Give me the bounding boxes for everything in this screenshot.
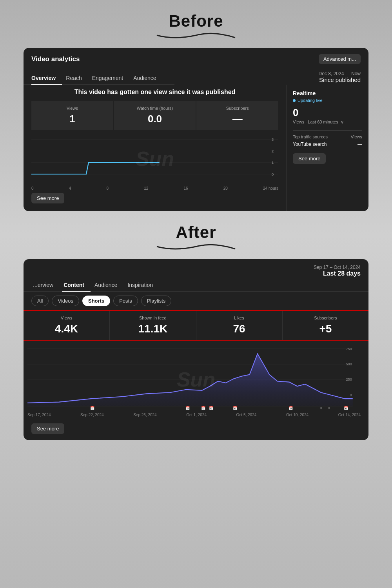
after-swoosh bbox=[24, 243, 368, 252]
svg-text:500: 500 bbox=[346, 362, 352, 366]
after-footer: See more bbox=[24, 417, 368, 440]
after-title: After bbox=[24, 223, 368, 242]
x-label-5: 20 bbox=[223, 186, 228, 191]
after-x-1: Sep 22, 2024 bbox=[80, 413, 104, 417]
after-stat-likes: Likes 76 bbox=[196, 311, 283, 340]
traffic-source-views: — bbox=[358, 142, 362, 147]
before-card-title: Video analytics bbox=[31, 55, 80, 63]
after-stat-likes-label: Likes bbox=[202, 316, 277, 320]
x-label-1: 4 bbox=[69, 186, 71, 191]
sidebar-views-label: Views · Last 60 minutes ∨ bbox=[293, 120, 362, 125]
after-stat-feed-label: Shown in feed bbox=[115, 316, 190, 320]
svg-text:■: ■ bbox=[328, 406, 330, 410]
svg-marker-17 bbox=[27, 354, 353, 406]
after-chart: Sun 750 500 250 0 bbox=[24, 341, 368, 411]
after-stats-row: Views 4.4K Shown in feed 11.1K Likes 76 … bbox=[24, 310, 368, 341]
svg-text:📅: 📅 bbox=[289, 405, 293, 410]
before-section: Before Video analytics Advanced m... Ove… bbox=[24, 12, 368, 211]
before-swoosh bbox=[24, 32, 368, 41]
before-tabs: Overview Reach Engagement Audience bbox=[24, 72, 174, 85]
subtab-videos[interactable]: Videos bbox=[52, 296, 79, 306]
after-stat-views-value: 4.4K bbox=[29, 323, 104, 335]
tab-engagement[interactable]: Engagement bbox=[92, 72, 129, 84]
before-stat-watchtime: Watch time (hours) 0.0 bbox=[114, 101, 196, 130]
before-stat-subs: Subscribers — bbox=[196, 101, 278, 130]
before-stats: Views 1 Watch time (hours) 0.0 Subscribe… bbox=[31, 101, 278, 130]
before-card: Video analytics Advanced m... Overview R… bbox=[24, 48, 368, 211]
subtab-playlists[interactable]: Playlists bbox=[141, 296, 172, 306]
advanced-mode-button[interactable]: Advanced m... bbox=[319, 54, 361, 64]
realtime-title: Realtime bbox=[293, 90, 362, 96]
after-subtabs-row: All Videos Shorts Posts Playlists bbox=[24, 292, 368, 310]
tab-audience-after[interactable]: Audience bbox=[93, 279, 123, 291]
after-x-4: Oct 5, 2024 bbox=[236, 413, 257, 417]
sidebar-see-more-button[interactable]: See more bbox=[293, 153, 326, 164]
before-sidebar: Realtime Updating live 0 Views · Last 60… bbox=[286, 85, 368, 211]
before-since-label: Since published bbox=[319, 76, 361, 83]
after-x-3: Oct 1, 2024 bbox=[186, 413, 207, 417]
after-date-range: Sep 17 – Oct 14, 2024 bbox=[314, 265, 361, 270]
subtab-posts[interactable]: Posts bbox=[113, 296, 138, 306]
before-body: This video has gotten one view since it … bbox=[24, 85, 368, 211]
page-wrapper: Before Video analytics Advanced m... Ove… bbox=[0, 0, 392, 464]
tab-overview-after[interactable]: ...erview bbox=[31, 279, 60, 291]
tab-overview[interactable]: Overview bbox=[31, 72, 62, 84]
after-section: After Sep 17 – Oct 14, 2024 Last 28 days… bbox=[24, 223, 368, 440]
traffic-source-name: YouTube search bbox=[293, 142, 327, 147]
tab-reach[interactable]: Reach bbox=[66, 72, 88, 84]
before-stat-subs-label: Subscribers bbox=[202, 106, 273, 111]
after-card: Sep 17 – Oct 14, 2024 Last 28 days ...er… bbox=[24, 259, 368, 440]
before-stat-watchtime-value: 0.0 bbox=[120, 113, 191, 125]
after-stat-subs-label: Subscribers bbox=[288, 316, 363, 320]
traffic-views-col: Views bbox=[351, 134, 362, 139]
sidebar-views-count: 0 bbox=[293, 107, 362, 119]
svg-text:0: 0 bbox=[350, 393, 352, 397]
before-see-more-button[interactable]: See more bbox=[31, 193, 64, 203]
svg-text:■: ■ bbox=[320, 406, 323, 410]
svg-text:📅: 📅 bbox=[233, 405, 238, 410]
after-stat-subs: Subscribers +5 bbox=[283, 311, 368, 340]
after-stat-feed: Shown in feed 11.1K bbox=[110, 311, 196, 340]
after-x-6: Oct 14, 2024 bbox=[338, 413, 361, 417]
svg-text:📅: 📅 bbox=[90, 405, 95, 410]
after-stat-feed-value: 11.1K bbox=[115, 323, 190, 335]
realtime-dot-indicator bbox=[293, 99, 296, 102]
svg-text:3: 3 bbox=[271, 137, 274, 142]
after-stat-subs-value: +5 bbox=[288, 323, 363, 335]
before-chart: Sun 3 2 1 0 bbox=[31, 135, 278, 182]
svg-text:📅: 📅 bbox=[185, 405, 190, 410]
realtime-status: Updating live bbox=[293, 98, 362, 103]
tab-audience[interactable]: Audience bbox=[133, 72, 162, 84]
before-x-labels: 0 4 8 12 16 20 24 hours bbox=[31, 186, 278, 191]
x-label-4: 16 bbox=[183, 186, 188, 191]
after-period-label: Last 28 days bbox=[314, 270, 361, 277]
sidebar-divider bbox=[293, 130, 362, 131]
before-stat-subs-value: — bbox=[202, 113, 273, 125]
svg-text:1: 1 bbox=[271, 160, 274, 165]
before-header: Video analytics Advanced m... bbox=[24, 48, 368, 67]
after-stat-views: Views 4.4K bbox=[24, 311, 110, 340]
x-label-0: 0 bbox=[31, 186, 34, 191]
subtab-shorts[interactable]: Shorts bbox=[82, 296, 110, 306]
svg-text:📅: 📅 bbox=[344, 405, 349, 410]
traffic-row-0: YouTube search — bbox=[293, 142, 362, 147]
chevron-down-icon[interactable]: ∨ bbox=[341, 120, 344, 125]
after-date-info: Sep 17 – Oct 14, 2024 Last 28 days bbox=[314, 265, 361, 277]
svg-text:📅: 📅 bbox=[209, 405, 214, 410]
after-x-2: Sep 26, 2024 bbox=[133, 413, 157, 417]
realtime-status-label: Updating live bbox=[298, 98, 323, 103]
before-main: This video has gotten one view since it … bbox=[24, 85, 286, 211]
before-stat-views-label: Views bbox=[37, 106, 108, 111]
after-main-tabs: ...erview Content Audience Inspiration bbox=[24, 279, 368, 292]
subtab-all[interactable]: All bbox=[31, 296, 49, 306]
x-label-2: 8 bbox=[106, 186, 109, 191]
after-see-more-button[interactable]: See more bbox=[31, 423, 64, 434]
before-title: Before bbox=[24, 12, 368, 31]
tab-inspiration[interactable]: Inspiration bbox=[126, 279, 159, 291]
after-x-0: Sep 17, 2024 bbox=[27, 413, 51, 417]
before-headline: This video has gotten one view since it … bbox=[31, 89, 278, 96]
svg-text:250: 250 bbox=[346, 377, 352, 381]
tab-content[interactable]: Content bbox=[62, 279, 91, 291]
x-label-3: 12 bbox=[144, 186, 148, 191]
after-x-5: Oct 10, 2024 bbox=[286, 413, 309, 417]
